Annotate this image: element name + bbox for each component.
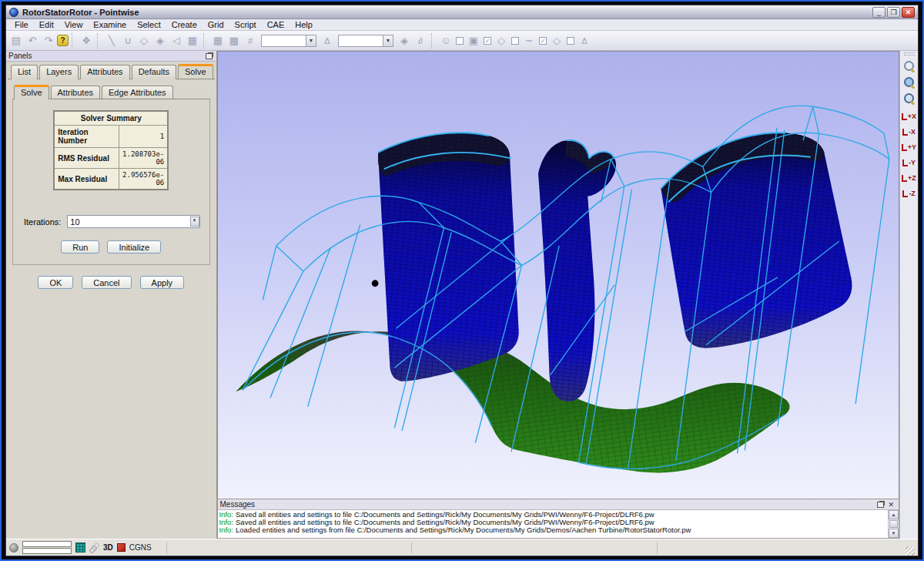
tab-attributes[interactable]: Attributes xyxy=(80,65,129,79)
grid-mode-icon[interactable] xyxy=(75,543,85,553)
show-connectors-checkbox[interactable]: ✓ xyxy=(539,37,547,45)
connector-status-icon xyxy=(89,543,99,553)
axis-label: -Y xyxy=(909,159,916,166)
scroll-thumb[interactable] xyxy=(889,520,898,528)
viewport-3d[interactable] xyxy=(217,51,899,499)
iteration-number-label: Iteration Number xyxy=(54,126,119,148)
menu-cae[interactable]: CAE xyxy=(262,19,290,30)
view-minus-y-button[interactable]: -Y xyxy=(902,156,916,166)
close-button[interactable]: ✕ xyxy=(902,7,915,18)
tab-list[interactable]: List xyxy=(11,65,38,79)
view-minus-x-button[interactable]: -X xyxy=(902,125,916,136)
create-curve-icon[interactable]: ∪ xyxy=(120,33,136,49)
menu-create[interactable]: Create xyxy=(166,19,203,30)
minimize-button[interactable]: _ xyxy=(872,7,886,18)
menu-edit[interactable]: Edit xyxy=(34,19,59,30)
toolbar-separator xyxy=(97,33,101,49)
show-spacings-icon[interactable]: ◇ xyxy=(549,33,564,49)
menu-script[interactable]: Script xyxy=(229,19,262,30)
screen-frame: RotorStatorRotor - Pointwise _ ❒ ✕ File … xyxy=(0,0,924,561)
show-connectors-icon[interactable]: ∼ xyxy=(521,33,537,49)
messages-title: Messages xyxy=(220,500,878,509)
view-plus-x-button[interactable]: +X xyxy=(902,109,916,120)
iterations-dropdown-arrow[interactable]: ▼ xyxy=(190,217,199,227)
zoom-actual-icon[interactable] xyxy=(903,93,915,105)
messages-close-icon[interactable]: ✕ xyxy=(886,501,896,509)
unstructured-grid-icon[interactable]: ▩ xyxy=(226,33,242,49)
dimension-icon[interactable]: # xyxy=(243,33,258,49)
scroll-down-arrow[interactable]: ▼ xyxy=(889,529,899,538)
panels-float-icon[interactable] xyxy=(206,53,213,59)
scroll-up-arrow[interactable]: ▲ xyxy=(889,510,899,519)
spacing-dropdown-arrow[interactable]: ▼ xyxy=(383,35,393,46)
iterations-spinner[interactable]: 10 ▼ xyxy=(67,215,199,228)
spacing-icon[interactable]: Δ xyxy=(320,33,335,49)
create-domain-icon[interactable]: ◇ xyxy=(136,33,152,49)
create-extrude-icon[interactable]: ◁ xyxy=(169,33,184,49)
application-window: RotorStatorRotor - Pointwise _ ❒ ✕ File … xyxy=(5,5,919,556)
solve-icon[interactable]: ◈ xyxy=(397,33,412,49)
show-database-checkbox[interactable] xyxy=(456,37,464,45)
layers-stack-icon[interactable]: ❖ xyxy=(79,33,94,49)
progress-fields xyxy=(22,541,72,554)
restore-button[interactable]: ❒ xyxy=(887,7,900,18)
messages-float-icon[interactable] xyxy=(877,502,884,508)
cae-solver-icon xyxy=(117,543,126,552)
table-row: RMS Residual 1.208703e-06 xyxy=(54,148,168,169)
menu-select[interactable]: Select xyxy=(132,19,166,30)
tab-layers[interactable]: Layers xyxy=(39,65,79,79)
apply-button[interactable]: Apply xyxy=(140,276,185,289)
undo-icon[interactable]: ↶ xyxy=(25,33,40,49)
selected-point-marker[interactable] xyxy=(371,280,378,287)
zoom-icon[interactable] xyxy=(903,61,915,72)
view-plus-y-button[interactable]: +Y xyxy=(902,140,916,151)
axis-icon xyxy=(902,175,907,182)
menu-grid[interactable]: Grid xyxy=(203,19,229,30)
view-minus-z-button[interactable]: -Z xyxy=(902,186,916,197)
show-domains-checkbox[interactable] xyxy=(511,37,519,45)
ok-button[interactable]: OK xyxy=(38,276,73,289)
structured-grid-icon[interactable]: ▦ xyxy=(210,33,226,49)
axis-icon xyxy=(902,160,908,166)
subtab-solve[interactable]: Solve xyxy=(14,85,49,99)
view-plus-z-button[interactable]: +Z xyxy=(902,171,916,182)
toolbar-drag-handle[interactable] xyxy=(904,52,915,55)
menu-view[interactable]: View xyxy=(59,19,89,30)
menu-help[interactable]: Help xyxy=(290,19,318,30)
derivative-icon[interactable]: ∂ xyxy=(413,33,428,49)
menu-file[interactable]: File xyxy=(9,19,34,30)
panels-title: Panels xyxy=(8,52,206,60)
create-domain-mesh-icon[interactable]: ◈ xyxy=(152,33,168,49)
title-bar: RotorStatorRotor - Pointwise _ ❒ ✕ xyxy=(6,5,918,19)
run-button[interactable]: Run xyxy=(61,240,99,254)
show-blocks-icon[interactable]: ▣ xyxy=(466,33,481,49)
initialize-button[interactable]: Initialize xyxy=(107,240,161,254)
menu-examine[interactable]: Examine xyxy=(88,19,132,30)
dimension-dropdown-arrow[interactable]: ▼ xyxy=(306,35,316,46)
resize-grip[interactable] xyxy=(906,546,915,556)
show-domains-icon[interactable]: ◇ xyxy=(494,33,509,49)
zoom-to-fit-icon[interactable] xyxy=(903,77,915,89)
progress-field-top xyxy=(22,541,72,547)
tab-solve[interactable]: Solve xyxy=(178,64,213,79)
toolbar-separator xyxy=(72,33,75,49)
spacing-combobox[interactable]: ▼ xyxy=(338,35,393,47)
help-icon[interactable]: ? xyxy=(57,35,69,46)
messages-scrollbar[interactable]: ▲ ▼ xyxy=(888,510,899,538)
show-spacings-checkbox[interactable] xyxy=(567,37,574,45)
create-block-icon[interactable]: ▦ xyxy=(185,33,200,49)
solve-groupbox: Solver Summary Iteration Number 1 RMS Re… xyxy=(12,99,210,265)
tab-defaults[interactable]: Defaults xyxy=(132,65,176,79)
status-bar: 3D CGNS xyxy=(6,539,918,556)
dimension-combobox[interactable]: ▼ xyxy=(261,35,316,47)
messages-log: Info:Saved all entities and settings to … xyxy=(218,510,888,538)
show-blocks-checkbox[interactable]: ✓ xyxy=(484,37,491,45)
messages-caption-bar: Messages ✕ xyxy=(218,499,899,510)
show-database-icon[interactable]: ☺ xyxy=(438,33,454,49)
redo-icon[interactable]: ↷ xyxy=(41,33,56,49)
cancel-button[interactable]: Cancel xyxy=(82,276,131,289)
show-delta-icon[interactable]: Δ xyxy=(577,33,592,49)
save-icon[interactable]: ▤ xyxy=(8,33,24,49)
status-cell xyxy=(657,542,902,554)
create-connector-icon[interactable]: ╲ xyxy=(104,33,119,49)
